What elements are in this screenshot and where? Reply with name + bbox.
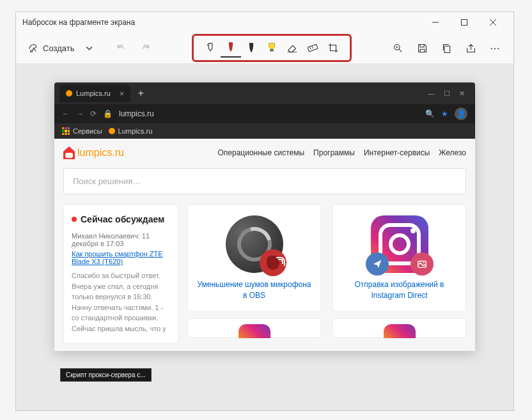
lock-icon: 🔒 <box>103 109 113 118</box>
eraser-tool[interactable] <box>282 38 302 58</box>
card-title: Уменьшение шумов микрофона в OBS <box>194 279 314 301</box>
highlighter-tool[interactable] <box>262 38 282 58</box>
zoom-button[interactable] <box>387 37 409 59</box>
ruler-tool[interactable] <box>302 38 323 58</box>
back-icon: ← <box>62 109 70 118</box>
new-snip-label: Создать <box>43 43 74 53</box>
bookmarks-bar: Сервисы Lumpics.ru <box>54 123 475 139</box>
crop-tool[interactable] <box>323 38 343 58</box>
copy-button[interactable] <box>435 37 457 59</box>
save-button[interactable] <box>411 37 433 59</box>
canvas-area: Lumpics.ru × + —☐✕ ← → ⟳ 🔒 lumpics.ru 🔍 … <box>16 63 513 410</box>
forward-icon: → <box>76 109 84 118</box>
site-logo: lumpics.ru <box>63 146 124 159</box>
menu-programs: Программы <box>313 148 355 157</box>
undo-button[interactable] <box>110 37 132 59</box>
toolbar: Создать ⋯ <box>16 33 513 63</box>
svg-line-8 <box>309 47 310 49</box>
new-snip-button[interactable]: Создать <box>22 37 79 59</box>
svg-line-11 <box>399 49 402 52</box>
svg-line-9 <box>312 46 313 48</box>
app-window: Набросок на фрагменте экрана Создать <box>15 12 514 411</box>
svg-point-4 <box>207 45 208 46</box>
webpage-content: lumpics.ru Операционные системы Программ… <box>54 139 475 351</box>
titlebar: Набросок на фрагменте экрана <box>16 12 513 33</box>
browser-window-controls: —☐✕ <box>428 89 470 98</box>
share-button[interactable] <box>460 37 481 59</box>
site-menu: Операционные системы Программы Интернет-… <box>217 148 466 157</box>
sidebar-title: Сейчас обсуждаем <box>72 214 170 224</box>
comment-body: Спасибо за быстрый ответ. Вчера уже спал… <box>72 270 170 334</box>
svg-rect-1 <box>461 20 467 26</box>
instagram-icon <box>371 215 428 273</box>
discussion-sidebar: Сейчас обсуждаем Михаил Николаевич: 11 д… <box>63 205 178 343</box>
menu-os: Операционные системы <box>217 148 304 157</box>
article-card-instagram: Отправка изображений в Instagram Direct <box>332 205 466 312</box>
new-snip-dropdown[interactable] <box>78 37 100 59</box>
svg-point-16 <box>423 262 424 263</box>
ballpoint-pen-tool[interactable] <box>221 38 241 58</box>
svg-rect-14 <box>444 46 450 52</box>
redo-button[interactable] <box>134 37 156 59</box>
card-title: Отправка изображений в Instagram Direct <box>340 279 459 301</box>
snip-icon <box>27 42 39 54</box>
svg-rect-5 <box>270 49 273 52</box>
article-card-partial <box>187 318 321 338</box>
article-card-partial <box>332 318 466 338</box>
comment-meta: Михаил Николаевич: 11 декабря в 17:03 <box>72 232 170 247</box>
maximize-button[interactable] <box>450 12 478 33</box>
window-title: Набросок на фрагменте экрана <box>22 18 421 27</box>
comment-link: Как прошить смартфон ZTE Blade X3 (T620) <box>72 250 170 265</box>
url-text: lumpics.ru <box>119 109 419 118</box>
bookmark-services: Сервисы <box>62 127 102 135</box>
browser-tab: Lumpics.ru × <box>59 85 130 102</box>
search-box: Поиск решения… <box>63 168 466 194</box>
address-bar: ← → ⟳ 🔒 lumpics.ru 🔍 ★ 👤 <box>54 104 475 123</box>
browser-tab-strip: Lumpics.ru × + —☐✕ <box>54 82 475 104</box>
bookmark-lumpics: Lumpics.ru <box>109 127 153 135</box>
tab-title: Lumpics.ru <box>76 89 111 97</box>
bookmark-star-icon: ★ <box>441 109 448 118</box>
menu-internet: Интернет-сервисы <box>364 148 430 157</box>
favicon-icon <box>66 90 72 97</box>
article-card-obs: Уменьшение шумов микрофона в OBS <box>187 205 321 312</box>
touch-writing-tool[interactable] <box>200 38 221 58</box>
reload-icon: ⟳ <box>90 109 97 118</box>
obs-icon <box>226 215 283 273</box>
pencil-tool[interactable] <box>241 38 262 58</box>
new-tab-icon: + <box>133 88 148 99</box>
browser-screenshot: Lumpics.ru × + —☐✕ ← → ⟳ 🔒 lumpics.ru 🔍 … <box>54 82 475 351</box>
minimize-button[interactable] <box>421 12 450 33</box>
annotation-tools-highlight <box>192 34 352 62</box>
taskbar-tooltip: Скрипт прокси-сервера с... <box>60 368 152 382</box>
tab-close-icon: × <box>120 89 125 98</box>
menu-hardware: Железо <box>439 148 466 157</box>
search-glass-icon: 🔍 <box>425 109 435 118</box>
profile-icon: 👤 <box>455 107 467 120</box>
more-button[interactable]: ⋯ <box>484 37 506 59</box>
close-button[interactable] <box>478 12 507 33</box>
